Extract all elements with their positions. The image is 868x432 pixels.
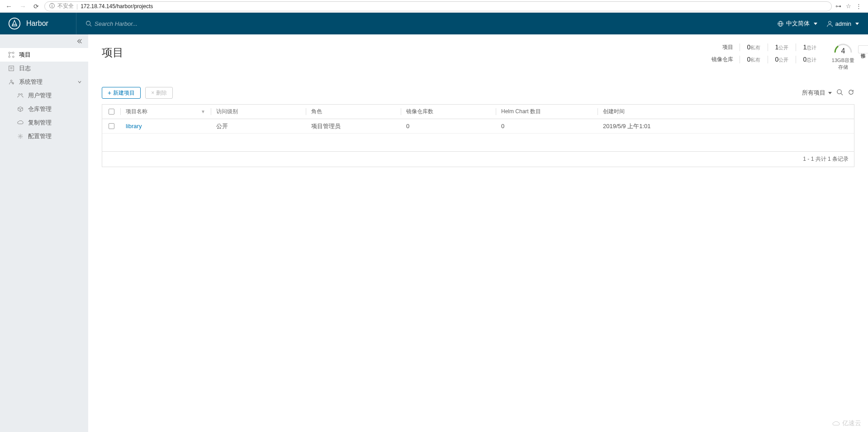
svg-line-23 [841,93,843,95]
main-content: 项目 项目 0私有 1公开 1总计 镜像仓库 0私有 0公开 0总计 4 13G… [88,34,868,432]
sidebar-item-label: 系统管理 [19,78,43,86]
reload-button[interactable]: ⟳ [32,3,41,10]
stats-cell: 0私有 [740,43,768,51]
sidebar-item-label: 复制管理 [28,119,52,127]
svg-point-11 [13,56,14,58]
cloud-icon [17,120,24,126]
sidebar-item-label: 用户管理 [28,91,52,100]
address-bar[interactable]: ⓘ 不安全 | 172.18.74.145/harbor/projects [44,1,832,11]
projects-icon [8,52,14,58]
svg-point-17 [10,80,12,82]
sidebar-item-label: 仓库管理 [28,105,52,113]
key-icon[interactable]: ⊶ [835,3,841,10]
svg-point-20 [21,94,23,96]
cell-role: 项目管理员 [306,119,401,133]
stats-cell: 0私有 [740,56,768,63]
info-icon: ⓘ [49,2,55,10]
column-header-helm[interactable]: Helm Chart 数目 [496,105,598,119]
gear-icon [17,133,24,139]
refresh-icon[interactable] [848,89,854,97]
kebab-menu-icon[interactable]: ⋮ [856,3,862,10]
star-icon[interactable]: ☆ [846,3,851,10]
cell-access: 公开 [211,119,306,133]
back-button[interactable]: ← [4,1,14,11]
stats-cell: 0总计 [796,56,824,63]
search-icon [85,20,92,27]
stats-cell: 1总计 [796,43,824,51]
side-tab[interactable]: 事件性 [858,45,868,53]
sidebar-item-label: 配置管理 [28,132,52,140]
svg-point-10 [9,56,10,58]
forward-button[interactable]: → [18,1,28,11]
project-link[interactable]: library [126,123,142,130]
sidebar-item-projects[interactable]: 项目 [0,48,88,62]
cell-created: 2019/5/9 上午1:01 [598,119,854,133]
search-input[interactable] [95,20,230,27]
sidebar-item-registries[interactable]: 仓库管理 [0,102,88,116]
toolbar: + 新建项目 × 删除 所有项目 [102,87,854,99]
browser-toolbar: ← → ⟳ ⓘ 不安全 | 172.18.74.145/harbor/proje… [0,0,868,13]
chevron-down-icon [77,79,82,86]
projects-table: 项目名称▼ 访问级别 角色 镜像仓库数 Helm Chart 数目 创建时间 l… [102,104,854,167]
select-all-checkbox[interactable] [109,109,114,115]
cube-icon [17,106,24,112]
gauge-capacity: 13GB容量 [832,57,854,64]
gauge-storage-label: 存储 [832,64,854,71]
app-header: Harbor 中文简体 admin [0,13,868,34]
project-filter-select[interactable]: 所有项目 [802,89,832,97]
user-label: admin [835,20,851,27]
svg-point-7 [828,21,831,24]
column-header-name[interactable]: 项目名称▼ [120,105,211,119]
app-name: Harbor [26,19,48,28]
svg-point-2 [86,21,90,25]
svg-point-21 [19,135,21,137]
sidebar-item-admin[interactable]: 系统管理 [0,75,88,89]
url-text: 172.18.74.145/harbor/projects [81,3,153,10]
harbor-logo-icon [8,17,21,30]
collapse-sidebar-button[interactable] [0,34,88,48]
stats-row-label: 项目 [711,43,740,51]
storage-gauge: 4 13GB容量 存储 [824,43,854,71]
sidebar-item-replication[interactable]: 复制管理 [0,116,88,130]
table-row[interactable]: library 公开 项目管理员 0 0 2019/5/9 上午1:01 [102,119,854,134]
table-footer: 1 - 1 共计 1 条记录 [102,152,854,167]
svg-point-19 [19,94,20,96]
sidebar-item-label: 日志 [19,64,31,72]
column-header-role[interactable]: 角色 [306,105,401,119]
summary-panel: 项目 0私有 1公开 1总计 镜像仓库 0私有 0公开 0总计 4 13GB容量… [711,43,854,71]
sidebar-item-users[interactable]: 用户管理 [0,89,88,102]
row-checkbox[interactable] [109,123,114,129]
cell-repo: 0 [401,119,496,133]
cloud-icon [832,421,840,426]
svg-rect-14 [9,66,14,71]
svg-line-3 [90,25,92,27]
admin-icon [8,79,14,85]
cell-helm: 0 [496,119,598,133]
column-header-created[interactable]: 创建时间 [598,105,854,119]
sidebar-item-config[interactable]: 配置管理 [0,130,88,143]
user-menu[interactable]: admin [826,20,859,27]
stats-cell: 0公开 [768,56,796,63]
search-icon[interactable] [836,89,843,97]
stats-cell: 1公开 [768,43,796,51]
chevron-double-left-icon [76,38,83,44]
globe-icon [777,20,784,27]
column-header-repo[interactable]: 镜像仓库数 [401,105,496,119]
watermark: 亿速云 [832,419,861,427]
table-header: 项目名称▼ 访问级别 角色 镜像仓库数 Helm Chart 数目 创建时间 [102,105,854,119]
users-icon [17,92,24,99]
language-label: 中文简体 [786,19,810,28]
sidebar-item-logs[interactable]: 日志 [0,62,88,75]
svg-point-22 [837,90,841,94]
column-header-access[interactable]: 访问级别 [211,105,306,119]
delete-button[interactable]: × 删除 [145,87,173,99]
language-selector[interactable]: 中文简体 [777,19,817,28]
x-icon: × [151,90,154,96]
gauge-value: 4 [832,47,854,55]
svg-point-8 [9,52,10,54]
new-project-button[interactable]: + 新建项目 [102,87,141,99]
filter-icon[interactable]: ▼ [201,109,205,114]
security-label: 不安全 [57,2,74,10]
logs-icon [8,65,14,72]
user-icon [826,20,833,27]
